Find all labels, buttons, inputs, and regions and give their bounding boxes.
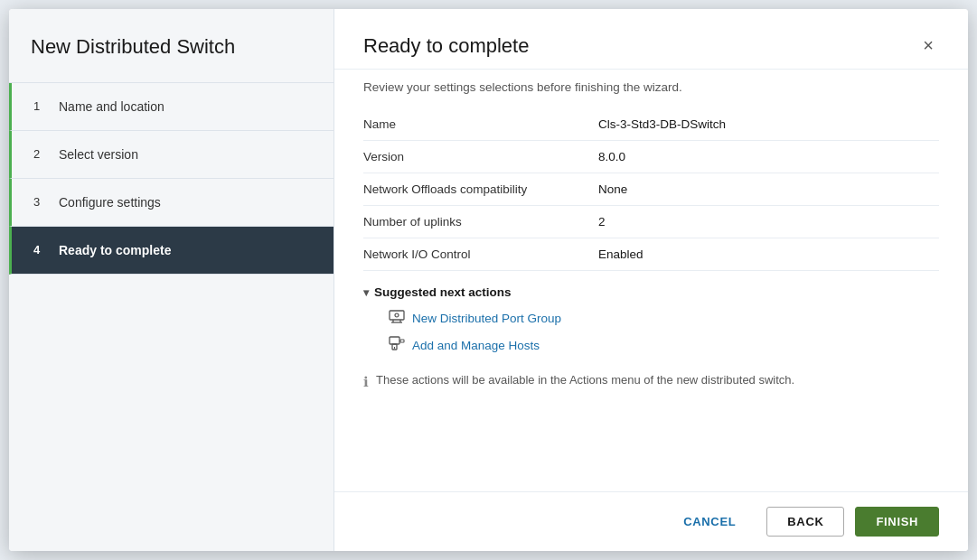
- back-button[interactable]: BACK: [766, 507, 844, 537]
- suggested-header-label: Suggested next actions: [374, 285, 512, 299]
- setting-key: Number of uplinks: [363, 206, 598, 238]
- wizard-steps: 1Name and location2Select version3Config…: [9, 83, 333, 275]
- suggested-section: ▾ Suggested next actions New Distributed…: [363, 285, 939, 355]
- step-label-3: Configure settings: [59, 195, 161, 210]
- suggested-item-icon-1: [389, 335, 405, 355]
- setting-key: Network I/O Control: [363, 238, 598, 271]
- content-body: NameCls-3-Std3-DB-DSwitchVersion8.0.0Net…: [334, 108, 968, 491]
- setting-key: Network Offloads compatibility: [363, 173, 598, 206]
- step-label-1: Name and location: [59, 99, 164, 114]
- step-number-3: 3: [33, 195, 48, 209]
- info-icon: ℹ: [363, 372, 369, 393]
- close-button[interactable]: ×: [917, 34, 939, 56]
- content-title: Ready to complete: [363, 34, 529, 58]
- setting-key: Name: [363, 108, 598, 141]
- content-footer: CANCEL BACK FINISH: [334, 491, 968, 551]
- suggested-header[interactable]: ▾ Suggested next actions: [363, 285, 939, 299]
- sidebar-step-4: 4Ready to complete: [9, 227, 333, 275]
- info-note-text: These actions will be available in the A…: [376, 371, 794, 389]
- step-number-2: 2: [33, 147, 48, 161]
- table-row: Version8.0.0: [363, 141, 939, 173]
- setting-value: Cls-3-Std3-DB-DSwitch: [598, 108, 939, 141]
- new-distributed-switch-dialog: New Distributed Switch 1Name and locatio…: [9, 9, 968, 551]
- step-label-4: Ready to complete: [59, 243, 171, 257]
- table-row: NameCls-3-Std3-DB-DSwitch: [363, 108, 939, 141]
- svg-rect-5: [390, 337, 399, 344]
- svg-rect-0: [390, 311, 404, 320]
- setting-value: 8.0.0: [598, 141, 939, 173]
- setting-key: Version: [363, 141, 598, 173]
- wizard-content: Ready to complete × Review your settings…: [334, 9, 968, 551]
- setting-value: 2: [598, 206, 939, 238]
- suggested-item-icon-0: [389, 308, 405, 328]
- table-row: Network I/O ControlEnabled: [363, 238, 939, 271]
- table-row: Network Offloads compatibilityNone: [363, 173, 939, 206]
- svg-rect-8: [400, 340, 404, 342]
- suggested-item-label-0: New Distributed Port Group: [412, 312, 561, 325]
- setting-value: None: [598, 173, 939, 206]
- settings-table: NameCls-3-Std3-DB-DSwitchVersion8.0.0Net…: [363, 108, 939, 271]
- wizard-title: New Distributed Switch: [9, 9, 333, 83]
- suggested-item-label-1: Add and Manage Hosts: [412, 339, 540, 352]
- content-header: Ready to complete ×: [334, 9, 968, 70]
- table-row: Number of uplinks2: [363, 206, 939, 238]
- suggested-item-1[interactable]: Add and Manage Hosts: [389, 335, 939, 355]
- info-note: ℹ These actions will be available in the…: [363, 371, 939, 393]
- svg-point-4: [395, 313, 399, 317]
- suggested-item-0[interactable]: New Distributed Port Group: [389, 308, 939, 328]
- cancel-button[interactable]: CANCEL: [663, 508, 756, 536]
- sidebar-step-3: 3Configure settings: [9, 179, 333, 227]
- sidebar-step-2: 2Select version: [9, 131, 333, 179]
- step-number-1: 1: [33, 99, 48, 113]
- step-number-4: 4: [33, 243, 48, 257]
- chevron-icon: ▾: [363, 286, 369, 299]
- setting-value: Enabled: [598, 238, 939, 271]
- wizard-sidebar: New Distributed Switch 1Name and locatio…: [9, 9, 334, 551]
- step-label-2: Select version: [59, 147, 138, 162]
- suggested-items: New Distributed Port GroupAdd and Manage…: [363, 308, 939, 355]
- content-subtitle: Review your settings selections before f…: [334, 70, 968, 108]
- finish-button[interactable]: FINISH: [855, 507, 939, 537]
- sidebar-step-1: 1Name and location: [9, 83, 333, 131]
